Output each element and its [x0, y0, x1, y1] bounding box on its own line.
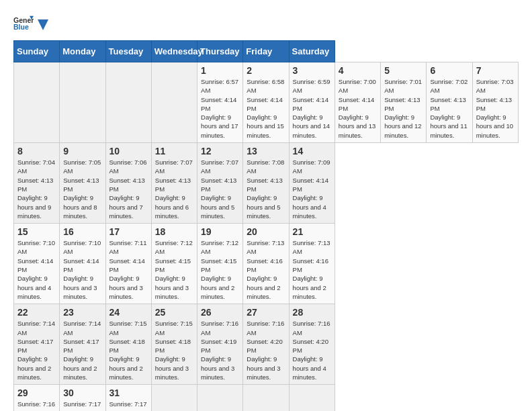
calendar-cell: 11 Sunrise: 7:07 AM Sunset: 4:13 PM Dayl…: [151, 143, 197, 224]
header: General Blue: [13, 13, 519, 34]
calendar-cell: 16 Sunrise: 7:10 AM Sunset: 4:14 PM Dayl…: [60, 224, 105, 304]
svg-text:Blue: Blue: [13, 23, 29, 31]
day-info: Sunrise: 7:10 AM Sunset: 4:14 PM Dayligh…: [63, 238, 101, 301]
calendar-cell: [289, 385, 335, 411]
calendar-cell: 21 Sunrise: 7:13 AM Sunset: 4:16 PM Dayl…: [289, 224, 335, 304]
day-number: 22: [17, 307, 56, 318]
calendar-cell: 18 Sunrise: 7:12 AM Sunset: 4:15 PM Dayl…: [151, 224, 197, 304]
calendar-table: SundayMondayTuesdayWednesdayThursdayFrid…: [13, 40, 519, 411]
day-header-sunday: Sunday: [14, 41, 60, 62]
day-info: Sunrise: 7:08 AM Sunset: 4:13 PM Dayligh…: [247, 158, 285, 220]
day-number: 6: [430, 65, 468, 76]
calendar-cell: 30 Sunrise: 7:17 AM Sunset: 4:22 PM Dayl…: [60, 385, 105, 411]
day-number: 18: [155, 226, 193, 237]
calendar-cell: [105, 62, 151, 143]
day-number: 9: [63, 146, 101, 156]
calendar-cell: 15 Sunrise: 7:10 AM Sunset: 4:14 PM Dayl…: [14, 224, 60, 304]
calendar-cell: [151, 385, 197, 411]
day-number: 26: [201, 307, 239, 318]
day-info: Sunrise: 7:11 AM Sunset: 4:14 PM Dayligh…: [109, 238, 148, 301]
day-info: Sunrise: 7:03 AM Sunset: 4:13 PM Dayligh…: [476, 77, 515, 140]
calendar-cell: 4 Sunrise: 7:00 AM Sunset: 4:14 PM Dayli…: [335, 62, 380, 143]
logo: General Blue: [13, 13, 50, 34]
day-info: Sunrise: 7:12 AM Sunset: 4:15 PM Dayligh…: [155, 238, 193, 301]
day-number: 16: [63, 226, 101, 237]
day-number: 12: [201, 146, 239, 156]
day-number: 29: [17, 387, 56, 398]
day-info: Sunrise: 7:14 AM Sunset: 4:17 PM Dayligh…: [63, 319, 101, 381]
calendar-cell: 22 Sunrise: 7:14 AM Sunset: 4:17 PM Dayl…: [14, 304, 60, 385]
calendar-cell: 13 Sunrise: 7:08 AM Sunset: 4:13 PM Dayl…: [243, 143, 289, 224]
day-number: 21: [293, 226, 331, 237]
calendar-cell: 7 Sunrise: 7:03 AM Sunset: 4:13 PM Dayli…: [472, 62, 518, 143]
day-number: 17: [109, 226, 148, 237]
day-info: Sunrise: 7:07 AM Sunset: 4:13 PM Dayligh…: [155, 158, 193, 220]
day-info: Sunrise: 7:12 AM Sunset: 4:15 PM Dayligh…: [201, 238, 239, 301]
calendar-cell: 6 Sunrise: 7:02 AM Sunset: 4:13 PM Dayli…: [427, 62, 472, 143]
day-info: Sunrise: 6:59 AM Sunset: 4:14 PM Dayligh…: [293, 77, 331, 140]
day-info: Sunrise: 7:02 AM Sunset: 4:13 PM Dayligh…: [430, 77, 468, 140]
day-header-monday: Monday: [60, 41, 105, 62]
day-number: 28: [293, 307, 331, 318]
day-header-saturday: Saturday: [289, 41, 335, 62]
calendar-cell: 20 Sunrise: 7:13 AM Sunset: 4:16 PM Dayl…: [243, 224, 289, 304]
calendar-cell: 27 Sunrise: 7:16 AM Sunset: 4:20 PM Dayl…: [243, 304, 289, 385]
calendar-cell: 8 Sunrise: 7:04 AM Sunset: 4:13 PM Dayli…: [14, 143, 60, 224]
day-info: Sunrise: 6:58 AM Sunset: 4:14 PM Dayligh…: [247, 77, 285, 140]
calendar-cell: 9 Sunrise: 7:05 AM Sunset: 4:13 PM Dayli…: [60, 143, 105, 224]
calendar-cell: 3 Sunrise: 6:59 AM Sunset: 4:14 PM Dayli…: [289, 62, 335, 143]
calendar-cell: 1 Sunrise: 6:57 AM Sunset: 4:14 PM Dayli…: [197, 62, 243, 143]
calendar-cell: 10 Sunrise: 7:06 AM Sunset: 4:13 PM Dayl…: [105, 143, 151, 224]
calendar-cell: [60, 62, 105, 143]
day-info: Sunrise: 7:16 AM Sunset: 4:21 PM Dayligh…: [17, 400, 56, 411]
day-number: 8: [17, 146, 56, 156]
day-number: 3: [293, 65, 331, 76]
day-info: Sunrise: 7:16 AM Sunset: 4:20 PM Dayligh…: [293, 319, 331, 381]
calendar-cell: [197, 385, 243, 411]
day-number: 5: [384, 65, 423, 76]
day-info: Sunrise: 7:17 AM Sunset: 4:22 PM Dayligh…: [63, 400, 101, 411]
calendar-week-row: 8 Sunrise: 7:04 AM Sunset: 4:13 PM Dayli…: [14, 143, 519, 224]
day-number: 15: [17, 226, 56, 237]
calendar-cell: [243, 385, 289, 411]
calendar-week-row: 22 Sunrise: 7:14 AM Sunset: 4:17 PM Dayl…: [14, 304, 519, 385]
day-info: Sunrise: 7:01 AM Sunset: 4:13 PM Dayligh…: [384, 77, 423, 140]
day-info: Sunrise: 7:09 AM Sunset: 4:14 PM Dayligh…: [293, 158, 331, 220]
day-info: Sunrise: 7:04 AM Sunset: 4:13 PM Dayligh…: [17, 158, 56, 220]
calendar-cell: [14, 62, 60, 143]
calendar-week-row: 1 Sunrise: 6:57 AM Sunset: 4:14 PM Dayli…: [14, 62, 519, 143]
day-number: 13: [247, 146, 285, 156]
calendar-week-row: 15 Sunrise: 7:10 AM Sunset: 4:14 PM Dayl…: [14, 224, 519, 304]
day-info: Sunrise: 7:00 AM Sunset: 4:14 PM Dayligh…: [339, 77, 377, 140]
day-info: Sunrise: 7:15 AM Sunset: 4:18 PM Dayligh…: [109, 319, 148, 381]
day-number: 11: [155, 146, 193, 156]
day-number: 14: [293, 146, 331, 156]
calendar-cell: 29 Sunrise: 7:16 AM Sunset: 4:21 PM Dayl…: [14, 385, 60, 411]
day-number: 23: [63, 307, 101, 318]
calendar-cell: 24 Sunrise: 7:15 AM Sunset: 4:18 PM Dayl…: [105, 304, 151, 385]
calendar-cell: 14 Sunrise: 7:09 AM Sunset: 4:14 PM Dayl…: [289, 143, 335, 224]
calendar-cell: 5 Sunrise: 7:01 AM Sunset: 4:13 PM Dayli…: [381, 62, 427, 143]
day-info: Sunrise: 7:05 AM Sunset: 4:13 PM Dayligh…: [63, 158, 101, 220]
day-header-wednesday: Wednesday: [151, 41, 197, 62]
day-number: 10: [109, 146, 148, 156]
logo-triangle-icon: [36, 18, 50, 32]
day-info: Sunrise: 7:13 AM Sunset: 4:16 PM Dayligh…: [293, 238, 331, 301]
svg-marker-3: [38, 19, 48, 30]
day-info: Sunrise: 7:13 AM Sunset: 4:16 PM Dayligh…: [247, 238, 285, 301]
day-info: Sunrise: 7:16 AM Sunset: 4:19 PM Dayligh…: [201, 319, 239, 381]
logo-icon: General Blue: [13, 13, 34, 34]
day-number: 1: [201, 65, 239, 76]
calendar-cell: 23 Sunrise: 7:14 AM Sunset: 4:17 PM Dayl…: [60, 304, 105, 385]
day-number: 30: [63, 387, 101, 398]
day-number: 2: [247, 65, 285, 76]
day-header-friday: Friday: [243, 41, 289, 62]
day-number: 4: [339, 65, 377, 76]
day-number: 19: [201, 226, 239, 237]
day-header-thursday: Thursday: [197, 41, 243, 62]
day-header-tuesday: Tuesday: [105, 41, 151, 62]
calendar-cell: 26 Sunrise: 7:16 AM Sunset: 4:19 PM Dayl…: [197, 304, 243, 385]
day-number: 7: [476, 65, 515, 76]
calendar-cell: [151, 62, 197, 143]
day-info: Sunrise: 7:16 AM Sunset: 4:20 PM Dayligh…: [247, 319, 285, 381]
